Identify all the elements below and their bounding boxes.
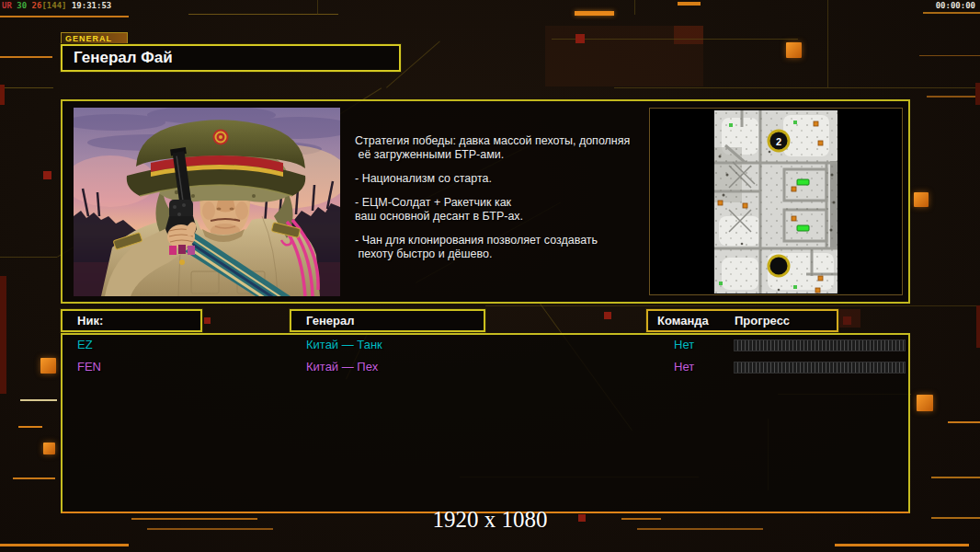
nick-header-label: Ник: <box>77 314 103 328</box>
minimap-frame: 2 <box>649 108 903 295</box>
roster-row-1: EZ Китай — Танк Нет <box>0 338 980 354</box>
strategy-line <box>355 224 658 234</box>
roster-row-2: FEN Китай — Пех Нет <box>0 360 980 376</box>
match-timer: 00:00:00 <box>936 1 975 10</box>
debug-segment: 19:31:53 <box>72 1 111 10</box>
player-nick: FEN <box>77 360 101 374</box>
debug-segment: 30 <box>17 1 31 10</box>
general-header-label: Генерал <box>306 314 354 328</box>
progress-header-label: Прогресс <box>735 311 790 330</box>
strategy-line: пехоту быстро и дёшево. <box>355 247 658 261</box>
strategy-line: - Чан для клонирования позволяет создава… <box>355 234 658 247</box>
player-general: Китай — Танк <box>306 338 382 352</box>
strategy-line: ваш основной десант в БТР-ах. <box>355 210 658 224</box>
strategy-line <box>355 162 658 172</box>
debug-segment: [144] <box>41 1 72 10</box>
progress-bar <box>734 339 906 351</box>
minimap-start-position-bottom <box>768 255 791 278</box>
column-header-team-progress: Команда Прогресс <box>646 309 838 332</box>
tab-general[interactable]: GENERAL <box>61 32 128 44</box>
player-general: Китай — Пех <box>306 360 378 374</box>
strategy-line: - ЕЦМ-Солдат + Ракетчик как <box>355 196 658 210</box>
debug-segment: 26 <box>32 1 42 10</box>
loading-screen: UR 30 26[144] 19:31:53 00:00:00 GENERAL … <box>0 0 980 552</box>
general-title-box: Генерал Фай <box>61 44 401 72</box>
column-header-general: Генерал <box>290 309 485 332</box>
team-header-label: Команда <box>657 311 709 330</box>
strategy-text: Стратегия победы: давка массой пехоты, д… <box>355 134 658 261</box>
strategy-line: её загруженными БТР-ами. <box>355 148 658 162</box>
general-portrait <box>74 108 340 296</box>
progress-bar <box>734 362 906 374</box>
player-team: Нет <box>674 338 694 352</box>
debug-stats-text: UR 30 26[144] 19:31:53 <box>2 1 111 10</box>
strategy-line: - Национализм со старта. <box>355 172 658 186</box>
resolution-label: 1920 x 1080 <box>0 507 980 533</box>
player-team: Нет <box>674 360 694 374</box>
minimap-start-position-top: 2 <box>768 130 791 153</box>
column-header-nick: Ник: <box>61 309 202 332</box>
debug-segment: UR <box>2 1 17 10</box>
page-title: Генерал Фай <box>63 46 399 69</box>
minimap-image: 2 <box>714 110 838 293</box>
player-nick: EZ <box>77 338 93 352</box>
svg-text:2: 2 <box>776 136 781 147</box>
general-portrait-image <box>74 108 340 296</box>
strategy-line <box>355 186 658 196</box>
strategy-line: Стратегия победы: давка массой пехоты, д… <box>355 134 658 148</box>
